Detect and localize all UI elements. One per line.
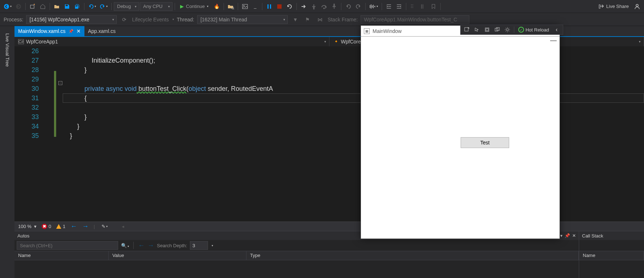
svg-rect-4 bbox=[76, 5, 78, 7]
wpf-app-window[interactable]: ▦ MainWindow ✓ Hot Reload ‹ — Test bbox=[361, 25, 560, 239]
search-prev-icon[interactable]: ← bbox=[138, 242, 145, 249]
process-label: Process: bbox=[4, 17, 23, 22]
display-layout-icon[interactable] bbox=[482, 26, 492, 34]
pin-panel-icon[interactable]: 📌 bbox=[565, 233, 570, 238]
step-out-icon[interactable] bbox=[329, 2, 339, 11]
callstack-title: Call Stack bbox=[582, 233, 641, 239]
user-icon[interactable] bbox=[632, 2, 642, 11]
pin-icon[interactable]: 📌 bbox=[68, 29, 74, 34]
continue-button[interactable]: ▶Continue▾ bbox=[177, 4, 211, 9]
depth-label: Search Depth: bbox=[157, 243, 187, 248]
left-tool-rail: Live Visual Tree bbox=[0, 26, 14, 278]
check-icon: ✓ bbox=[518, 27, 524, 33]
col-name[interactable]: Name bbox=[14, 251, 109, 260]
callstack-col-name[interactable]: Name bbox=[579, 251, 644, 260]
track-focus-icon[interactable] bbox=[493, 26, 502, 34]
hot-reload-icon[interactable]: 🔥 bbox=[212, 2, 221, 11]
debug-overlay-toolbar: ✓ Hot Reload ‹ bbox=[460, 25, 563, 35]
search-next-icon[interactable]: → bbox=[148, 242, 154, 249]
undo-icon[interactable]: ▾ bbox=[87, 2, 97, 11]
lifecycle-icon[interactable]: ⟳ bbox=[120, 15, 129, 24]
intellicode-icon[interactable]: ▾ bbox=[368, 2, 379, 11]
thread-label: Thread: bbox=[177, 17, 194, 22]
nav-forward-icon[interactable] bbox=[14, 2, 23, 11]
flag-icon[interactable]: ⚑ bbox=[303, 15, 312, 24]
underline-icon[interactable]: _ bbox=[250, 2, 260, 11]
filter-icon[interactable]: ▼ bbox=[291, 15, 300, 24]
platform-combo[interactable]: Any CPU bbox=[140, 2, 173, 11]
open-folder-icon[interactable] bbox=[52, 2, 62, 11]
svg-point-15 bbox=[636, 4, 638, 7]
outdent-icon[interactable] bbox=[394, 2, 404, 11]
app-title: MainWindow bbox=[373, 28, 402, 34]
test-button[interactable]: Test bbox=[461, 137, 509, 148]
svg-rect-3 bbox=[66, 5, 68, 6]
settings-gear-icon[interactable] bbox=[503, 26, 512, 34]
stackframe-combo[interactable]: WpfCoreApp1.MainWindow.buttonTest_C bbox=[361, 15, 469, 24]
bookmark-icon[interactable] bbox=[429, 2, 438, 11]
save-all-icon[interactable] bbox=[72, 2, 82, 11]
app-titlebar[interactable]: ▦ MainWindow ✓ Hot Reload ‹ — bbox=[361, 26, 560, 37]
threads-icon[interactable]: ⋈ bbox=[315, 15, 325, 24]
errors-indicator[interactable]: ✖0 bbox=[42, 224, 51, 229]
process-combo[interactable]: [14156] WpfCoreApp1.exe bbox=[26, 15, 117, 24]
save-icon[interactable] bbox=[62, 2, 72, 11]
nav-prev-icon[interactable]: ← bbox=[71, 223, 77, 230]
warnings-indicator[interactable]: 1 bbox=[56, 224, 65, 229]
csharp-icon: C# bbox=[18, 39, 24, 44]
indent-icon[interactable] bbox=[384, 2, 394, 11]
stop-icon[interactable] bbox=[275, 2, 284, 11]
pause-icon[interactable] bbox=[265, 2, 274, 11]
col-type[interactable]: Type bbox=[246, 251, 579, 260]
close-panel-icon[interactable]: ✕ bbox=[572, 233, 576, 238]
tracking-icon[interactable]: ✎▾ bbox=[100, 222, 109, 231]
zoom-combo[interactable]: 100 % ▾ bbox=[18, 224, 37, 229]
autos-search-input[interactable] bbox=[17, 241, 118, 250]
panel-dropdown-icon[interactable]: ▾ bbox=[560, 233, 562, 238]
redo2-icon[interactable] bbox=[354, 2, 363, 11]
browse-icon[interactable] bbox=[226, 2, 236, 11]
close-tab-icon[interactable]: ✕ bbox=[76, 28, 81, 34]
svg-rect-16 bbox=[465, 28, 468, 31]
svg-rect-14 bbox=[599, 5, 600, 8]
app-client-area: Test bbox=[361, 37, 560, 239]
col-value[interactable]: Value bbox=[109, 251, 246, 260]
home-icon[interactable] bbox=[38, 2, 47, 11]
app-icon: ▦ bbox=[364, 28, 370, 34]
svg-point-0 bbox=[4, 4, 9, 9]
line-gutter: 26 27 28 29 30 31 32 33 34 35 bbox=[14, 46, 45, 222]
new-project-icon[interactable] bbox=[28, 2, 37, 11]
search-icon[interactable]: 🔍▾ bbox=[121, 243, 129, 248]
step-into-icon[interactable] bbox=[309, 2, 319, 11]
breadcrumb-project[interactable]: C# WpfCoreApp1 bbox=[14, 37, 329, 46]
hot-reload-button[interactable]: ✓ Hot Reload bbox=[516, 27, 551, 33]
goto-live-icon[interactable] bbox=[462, 26, 471, 34]
comment-icon[interactable] bbox=[408, 2, 418, 11]
svg-point-7 bbox=[244, 5, 245, 6]
undo2-icon[interactable] bbox=[344, 2, 353, 11]
redo-icon[interactable]: ▾ bbox=[98, 2, 109, 11]
depth-input[interactable] bbox=[190, 241, 208, 250]
tab-appxaml[interactable]: App.xaml.cs bbox=[84, 26, 119, 36]
tab-mainwindow[interactable]: MainWindow.xaml.cs 📌 ✕ bbox=[14, 26, 84, 36]
nav-next-icon[interactable]: → bbox=[82, 223, 89, 230]
show-next-icon[interactable] bbox=[299, 2, 308, 11]
hot-reload-label: Hot Reload bbox=[525, 27, 549, 33]
step-over-icon[interactable] bbox=[319, 2, 329, 11]
fold-icon[interactable]: − bbox=[58, 81, 62, 85]
nav-back-icon[interactable]: ▾ bbox=[2, 2, 13, 11]
tab-label: App.xaml.cs bbox=[88, 28, 116, 34]
thread-combo[interactable]: [16232] Main Thread bbox=[197, 15, 288, 24]
collapse-overlay-icon[interactable]: ‹ bbox=[552, 26, 561, 34]
config-combo[interactable]: Debug bbox=[114, 2, 139, 11]
image-icon[interactable] bbox=[240, 2, 250, 11]
uncomment-icon[interactable] bbox=[419, 2, 428, 11]
select-element-icon[interactable] bbox=[472, 26, 482, 34]
svg-rect-9 bbox=[270, 4, 271, 9]
callstack-panel: Call Stack Name bbox=[579, 231, 644, 278]
restart-icon[interactable] bbox=[285, 2, 294, 11]
live-share-button[interactable]: Live Share bbox=[595, 2, 632, 11]
continue-label: Continue bbox=[186, 4, 205, 9]
live-visual-tree-tab[interactable]: Live Visual Tree bbox=[5, 33, 10, 67]
svg-rect-2 bbox=[30, 5, 34, 8]
